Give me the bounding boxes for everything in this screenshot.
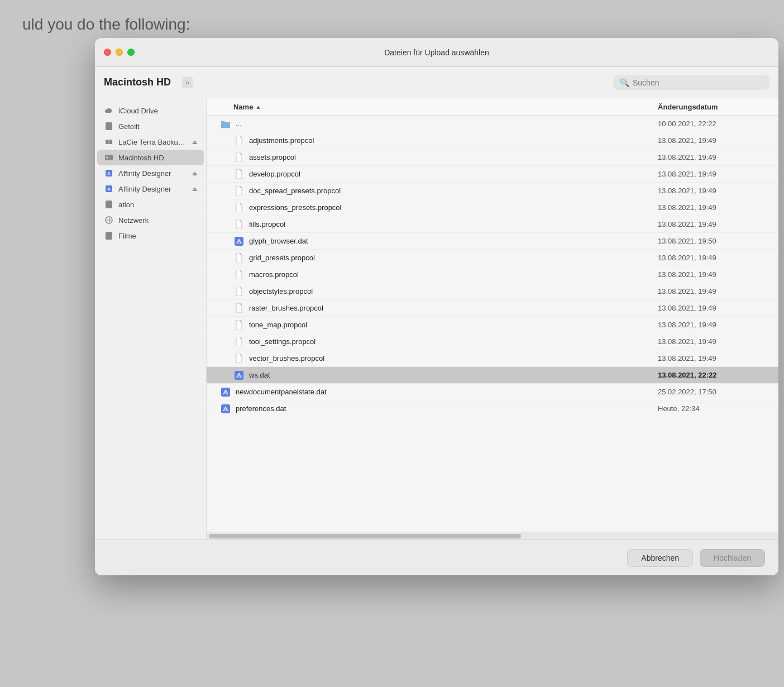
search-icon: 🔍 <box>620 78 629 87</box>
affinity-icon: A <box>104 168 114 178</box>
table-row[interactable]: objectstyles.propcol13.08.2021, 19:49 <box>207 283 778 300</box>
upload-button[interactable]: Hochladen <box>700 549 765 567</box>
horizontal-scrollbar[interactable] <box>207 532 778 540</box>
file-icon <box>220 387 231 398</box>
folder-icon <box>104 199 114 209</box>
sort-arrow-icon: ▲ <box>255 104 261 110</box>
file-icon <box>233 202 245 213</box>
file-date: 25.02.2022, 17:50 <box>658 388 769 396</box>
sidebar-item-ation[interactable]: ation <box>95 197 206 212</box>
file-name: ws.dat <box>249 371 658 379</box>
svg-point-4 <box>106 156 108 159</box>
file-icon <box>233 219 245 230</box>
search-box[interactable]: 🔍 <box>613 75 769 90</box>
sidebar-item-netzwerk[interactable]: Netzwerk <box>95 212 206 228</box>
window-controls <box>104 49 135 56</box>
cloud-icon <box>104 106 114 116</box>
svg-text:A: A <box>107 187 111 192</box>
dialog-toolbar: Macintosh HD » 🔍 <box>95 67 778 98</box>
file-name: fills.propcol <box>249 220 658 228</box>
col-date-header[interactable]: Änderungsdatum <box>658 102 769 112</box>
sidebar-item-lacie[interactable]: LaCie Terra Backup Store⏏ <box>95 134 206 150</box>
sidebar-item-filme[interactable]: Filme <box>95 228 206 244</box>
file-date: 13.08.2021, 19:49 <box>658 153 769 161</box>
file-name: adjustments.propcol <box>249 136 658 145</box>
sidebar-item-affinity-designer-2[interactable]: AAffinity Designer⏏ <box>95 181 206 197</box>
file-icon <box>220 118 231 130</box>
file-name: tone_map.propcol <box>249 321 658 329</box>
minimize-button[interactable] <box>116 49 123 56</box>
file-date: 13.08.2021, 19:49 <box>658 304 769 312</box>
table-row[interactable]: newdocumentpanelstate.dat25.02.2022, 17:… <box>207 384 778 400</box>
file-icon <box>233 303 245 314</box>
table-row[interactable]: tool_settings.propcol13.08.2021, 19:49 <box>207 333 778 350</box>
file-date: 13.08.2021, 19:49 <box>658 321 769 329</box>
file-date: 13.08.2021, 19:49 <box>658 354 769 362</box>
col-name-header[interactable]: Name ▲ <box>233 103 658 111</box>
sidebar-item-label: Macintosh HD <box>118 154 197 162</box>
table-row[interactable]: ...10.00.2021, 22:22 <box>207 116 778 132</box>
close-button[interactable] <box>104 49 111 56</box>
eject-icon[interactable]: ⏏ <box>192 186 197 192</box>
sidebar-item-macintosh-hd[interactable]: Macintosh HD <box>97 150 204 165</box>
dialog-title: Dateien für Upload auswählen <box>384 48 489 57</box>
file-icon <box>233 135 245 146</box>
file-name: vector_brushes.propcol <box>249 354 658 362</box>
table-row[interactable]: grid_presets.propcol13.08.2021, 19:49 <box>207 250 778 266</box>
file-date: 13.08.2021, 19:50 <box>658 237 769 245</box>
svg-rect-0 <box>106 122 112 130</box>
file-icon <box>233 169 245 180</box>
file-list-area: Name ▲ Änderungsdatum ...10.00.2021, 22:… <box>207 98 778 540</box>
table-row[interactable]: preferences.datHeute, 22:34 <box>207 400 778 417</box>
sidebar-item-label: Affinity Designer <box>118 169 188 178</box>
file-date: 13.08.2021, 19:49 <box>658 287 769 295</box>
eject-icon[interactable]: ⏏ <box>192 139 197 145</box>
eject-icon[interactable]: ⏏ <box>192 170 197 176</box>
table-row[interactable]: assets.propcol13.08.2021, 19:49 <box>207 149 778 166</box>
table-row[interactable]: raster_brushes.propcol13.08.2021, 19:49 <box>207 300 778 317</box>
sidebar-item-affinity-designer-1[interactable]: AAffinity Designer⏏ <box>95 165 206 181</box>
network-icon <box>104 215 114 225</box>
file-name: ... <box>236 120 658 128</box>
file-icon <box>233 353 245 364</box>
table-row[interactable]: adjustments.propcol13.08.2021, 19:49 <box>207 132 778 149</box>
table-row[interactable]: fills.propcol13.08.2021, 19:49 <box>207 216 778 233</box>
scrollbar-thumb[interactable] <box>209 534 521 538</box>
file-name: tool_settings.propcol <box>249 337 658 346</box>
file-name: objectstyles.propcol <box>249 287 658 295</box>
sidebar: iCloud DriveGeteiltLaCie Terra Backup St… <box>95 98 207 540</box>
file-icon <box>233 269 245 280</box>
table-row[interactable]: expressions_presets.propcol13.08.2021, 1… <box>207 199 778 216</box>
file-icon <box>233 286 245 297</box>
nav-arrows-button[interactable]: » <box>182 77 193 88</box>
file-date: 13.08.2021, 19:49 <box>658 220 769 228</box>
file-name: preferences.dat <box>236 404 658 413</box>
drive-icon <box>104 137 114 147</box>
dialog-titlebar: Dateien für Upload auswählen <box>95 38 778 67</box>
table-row[interactable]: doc_spread_presets.propcol13.08.2021, 19… <box>207 183 778 199</box>
svg-rect-9 <box>106 201 112 208</box>
table-row[interactable]: vector_brushes.propcol13.08.2021, 19:49 <box>207 350 778 367</box>
file-date: Heute, 22:34 <box>658 404 769 413</box>
table-row[interactable]: develop.propcol13.08.2021, 19:49 <box>207 166 778 183</box>
column-headers: Name ▲ Änderungsdatum <box>207 98 778 116</box>
file-date: 13.08.2021, 19:49 <box>658 270 769 279</box>
maximize-button[interactable] <box>127 49 135 56</box>
file-icon <box>233 370 245 381</box>
sidebar-item-label: iCloud Drive <box>118 107 197 115</box>
file-icon <box>233 336 245 347</box>
sidebar-item-icloud-drive[interactable]: iCloud Drive <box>95 103 206 118</box>
sidebar-item-geteilt[interactable]: Geteilt <box>95 118 206 134</box>
table-row[interactable]: ws.dat13.08.2021, 22:22 <box>207 367 778 384</box>
table-row[interactable]: macros.propcol13.08.2021, 19:49 <box>207 266 778 283</box>
file-date: 10.00.2021, 22:22 <box>658 120 769 128</box>
file-dialog: Dateien für Upload auswählen Macintosh H… <box>95 38 778 575</box>
cancel-button[interactable]: Abbrechen <box>627 549 693 567</box>
file-name: glyph_browser.dat <box>249 237 658 245</box>
file-icon <box>233 152 245 163</box>
table-row[interactable]: glyph_browser.dat13.08.2021, 19:50 <box>207 233 778 250</box>
file-date: 13.08.2021, 19:49 <box>658 170 769 178</box>
share-icon <box>104 121 114 131</box>
search-input[interactable] <box>633 78 763 87</box>
table-row[interactable]: tone_map.propcol13.08.2021, 19:49 <box>207 317 778 333</box>
